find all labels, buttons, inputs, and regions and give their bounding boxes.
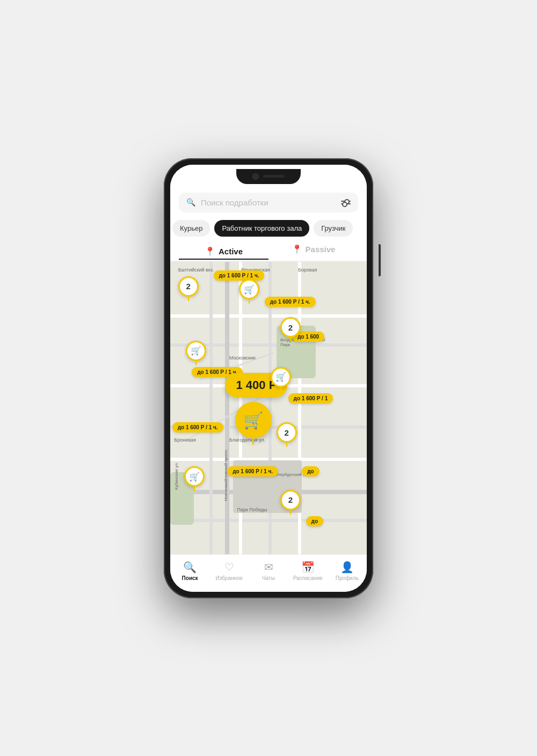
nav-item-chats[interactable]: ✉ Чаты: [249, 561, 288, 581]
price-badge-8: до: [302, 466, 319, 476]
toggle-active[interactable]: 📍 Active: [179, 246, 268, 260]
bottom-navigation: 🔍 Поиск ♡ Избранное ✉ Чаты 📅 Расписание …: [170, 554, 367, 592]
chats-nav-icon: ✉: [264, 561, 273, 574]
schedule-nav-label: Расписание: [293, 575, 323, 581]
toggle-section: 📍 Active 📍 Passive: [170, 241, 367, 262]
search-input[interactable]: Поиск подработки: [201, 198, 336, 207]
chip-loader[interactable]: Грузчик: [314, 220, 353, 237]
map-pin-num-2[interactable]: 2: [280, 317, 301, 342]
map-pin-basket-1[interactable]: 🛒: [239, 279, 259, 304]
nav-item-search[interactable]: 🔍 Поиск: [170, 561, 209, 581]
map-pin-num-3[interactable]: 2: [277, 422, 297, 447]
filter-icon[interactable]: [341, 201, 351, 204]
nav-item-schedule[interactable]: 📅 Расписание: [288, 561, 328, 581]
nav-item-favorites[interactable]: ♡ Избранное: [209, 561, 249, 581]
search-section: 🔍 Поиск подработки: [170, 188, 367, 218]
favorites-nav-icon: ♡: [224, 561, 234, 574]
map-pin-basket-3[interactable]: 🛒: [271, 367, 291, 392]
search-icon: 🔍: [186, 198, 195, 207]
schedule-nav-icon: 📅: [301, 561, 315, 574]
active-pin-icon: 📍: [205, 246, 215, 256]
chip-shop-worker[interactable]: Работник торгового зала: [214, 220, 309, 237]
speaker-notch: [263, 175, 285, 178]
map-pin-num-4[interactable]: 2: [280, 490, 301, 515]
map-pin-cart-big[interactable]: 🛒: [235, 402, 272, 445]
phone-device: 🔍 Поиск подработки Курьер Работник торго…: [164, 158, 373, 598]
toggle-passive[interactable]: 📍 Passive: [268, 244, 358, 256]
profile-nav-label: Профиль: [336, 575, 359, 581]
map-pin-basket-4[interactable]: 🛒: [184, 466, 205, 491]
profile-nav-icon: 👤: [340, 561, 354, 574]
chip-courier[interactable]: Курьер: [172, 220, 210, 237]
phone-screen: 🔍 Поиск подработки Курьер Работник торго…: [170, 165, 367, 592]
nav-item-profile[interactable]: 👤 Профиль: [328, 561, 367, 581]
price-badge-6: до 1 600 Р / 1 ч.: [172, 422, 223, 432]
map-pin-num-1[interactable]: 2: [178, 276, 199, 301]
price-badge-9: до: [306, 516, 323, 526]
price-badge-2: до 1 600 Р / 1 ч.: [265, 297, 316, 307]
search-bar[interactable]: 🔍 Поиск подработки: [179, 193, 358, 212]
notch: [236, 169, 301, 184]
notch-bar: [170, 165, 367, 188]
big-cart-icon: 🛒: [235, 402, 272, 438]
camera-notch: [252, 173, 259, 180]
power-button: [379, 244, 381, 276]
map-area[interactable]: Балтийский вкз. Фрунзенская Боровая Моск…: [170, 262, 367, 554]
passive-pin-icon: 📍: [292, 244, 302, 254]
price-badge-7: до 1 600 Р / 1 ч.: [227, 466, 278, 476]
favorites-nav-label: Избранное: [215, 575, 243, 581]
active-label: Active: [219, 247, 243, 256]
chips-section: Курьер Работник торгового зала Грузчик: [170, 218, 367, 241]
search-nav-icon: 🔍: [183, 561, 197, 574]
search-nav-label: Поиск: [182, 575, 198, 581]
passive-label: Passive: [306, 245, 336, 254]
map-pin-basket-2[interactable]: 🛒: [186, 341, 206, 365]
chats-nav-label: Чаты: [262, 575, 275, 581]
price-badge-5: до 1 600 Р / 1: [288, 393, 333, 403]
